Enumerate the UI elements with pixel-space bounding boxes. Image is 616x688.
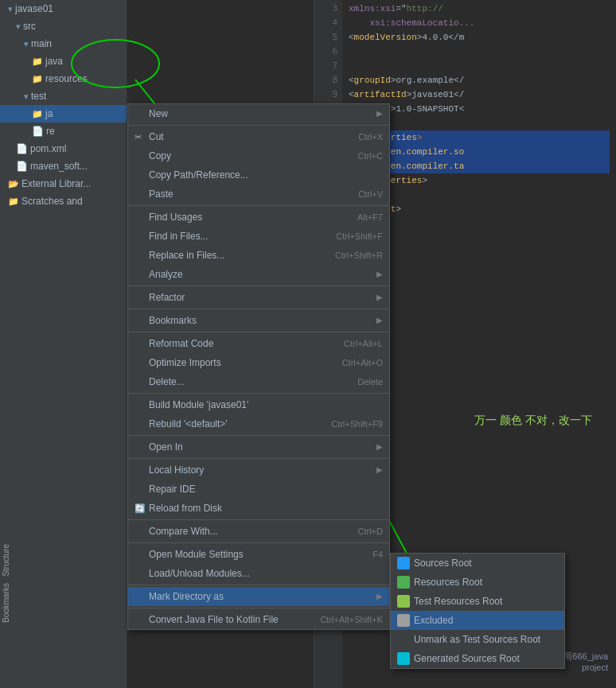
menu-item-refactor[interactable]: Refactor ▶: [128, 288, 389, 307]
menu-sep-10: [128, 542, 389, 543]
tree-item-label: pom.xml: [30, 140, 66, 157]
submenu-resources-root[interactable]: Resources Root: [391, 573, 564, 592]
code-line-8: <groupId>org.example</: [349, 73, 610, 87]
code-line-7: [349, 59, 610, 73]
menu-item-reformat-label: Reformat Code: [149, 334, 344, 353]
submenu-excluded[interactable]: Excluded: [391, 611, 564, 630]
cut-shortcut: Ctrl+X: [358, 127, 383, 146]
tree-item-re[interactable]: 📄 re: [0, 122, 127, 140]
code-line-3: xmlns:xsi="http://: [349, 2, 610, 16]
kotlin-shortcut: Ctrl+Alt+Shift+K: [320, 610, 383, 629]
excluded-icon: [397, 614, 410, 627]
tree-item-ja[interactable]: 📁 ja: [0, 105, 127, 122]
menu-item-module-settings[interactable]: Open Module Settings F4: [128, 545, 389, 564]
menu-sep-9: [128, 519, 389, 520]
tree-item-javase01[interactable]: ▾ javase01: [0, 0, 127, 17]
rebuild-shortcut: Ctrl+Shift+F9: [331, 414, 383, 433]
tree-item-resources[interactable]: 📁 resources: [0, 70, 127, 87]
menu-item-module-settings-label: Open Module Settings: [149, 545, 372, 564]
folder-expand-icon: ▾: [24, 87, 29, 105]
tree-item-maven[interactable]: 📄 maven_soft...: [0, 157, 127, 175]
line-num-5: 5: [314, 30, 342, 45]
tree-item-label: main: [31, 35, 52, 52]
menu-item-find-files[interactable]: Find in Files... Ctrl+Shift+F: [128, 227, 389, 246]
tree-item-java[interactable]: 📁 java: [0, 52, 127, 70]
folder-icon: 📂: [8, 175, 19, 192]
folder-expand-icon: ▾: [16, 17, 21, 35]
submenu-excluded-label: Excluded: [414, 611, 453, 630]
reformat-shortcut: Ctrl+Alt+L: [344, 334, 383, 353]
menu-item-analyze[interactable]: Analyze ▶: [128, 265, 389, 284]
menu-item-bookmarks[interactable]: Bookmarks ▶: [128, 311, 389, 330]
local-history-arrow: ▶: [376, 461, 383, 480]
menu-item-find-usages[interactable]: Find Usages Alt+F7: [128, 208, 389, 227]
delete-shortcut: Delete: [357, 372, 383, 391]
menu-item-copy[interactable]: Copy Ctrl+C: [128, 146, 389, 165]
generated-sources-icon: [397, 652, 410, 665]
menu-item-paste[interactable]: Paste Ctrl+V: [128, 185, 389, 204]
paste-shortcut: Ctrl+V: [358, 185, 383, 204]
resources-root-icon: [397, 576, 410, 589]
code-line-9: <artifactId>javase01</: [349, 87, 610, 102]
menu-item-repair-ide[interactable]: Repair IDE: [128, 480, 389, 499]
submenu-sources-root[interactable]: Sources Root: [391, 554, 564, 573]
tree-item-test[interactable]: ▾ test: [0, 87, 127, 105]
context-menu: New ▶ ✂ Cut Ctrl+X Copy Ctrl+C Copy Path…: [127, 103, 390, 630]
menu-item-cut[interactable]: ✂ Cut Ctrl+X: [128, 127, 389, 146]
analyze-arrow: ▶: [376, 265, 383, 284]
line-num-3: 3: [314, 2, 342, 16]
sidebar-structure-tab[interactable]: Structure: [0, 541, 12, 580]
menu-sep-5: [128, 332, 389, 332]
submenu-resources-root-label: Resources Root: [414, 573, 482, 592]
tree-item-main[interactable]: ▾ main: [0, 35, 127, 52]
find-usages-shortcut: Alt+F7: [357, 208, 383, 227]
open-in-arrow: ▶: [376, 437, 383, 457]
line-num-8: 8: [314, 73, 342, 87]
submenu-generated-sources[interactable]: Generated Sources Root: [391, 649, 564, 668]
side-tabs: Structure Bookmarks: [0, 541, 13, 626]
menu-item-rebuild[interactable]: Rebuild '<default>' Ctrl+Shift+F9: [128, 414, 389, 433]
menu-item-open-in[interactable]: Open In ▶: [128, 437, 389, 457]
tree-item-src[interactable]: ▾ src: [0, 17, 127, 35]
folder-expand-icon: ▾: [8, 0, 13, 17]
line-num-6: 6: [314, 45, 342, 59]
menu-item-optimize[interactable]: Optimize Imports Ctrl+Alt+O: [128, 353, 389, 372]
tree-item-external-libs[interactable]: 📂 External Librar...: [0, 175, 127, 192]
menu-sep-7: [128, 435, 389, 436]
menu-item-build-label: Build Module 'javase01': [149, 395, 383, 414]
menu-item-local-history[interactable]: Local History ▶: [128, 461, 389, 480]
menu-item-delete[interactable]: Delete... Delete: [128, 372, 389, 391]
menu-item-mark-directory[interactable]: Mark Directory as ▶: [128, 587, 389, 606]
menu-item-rebuild-label: Rebuild '<default>': [149, 414, 331, 433]
menu-item-build[interactable]: Build Module 'javase01': [128, 395, 389, 414]
menu-item-replace-files[interactable]: Replace in Files... Ctrl+Shift+R: [128, 246, 389, 265]
tree-item-label: test: [31, 87, 46, 105]
tree-item-label: src: [23, 17, 36, 35]
menu-sep-3: [128, 286, 389, 286]
module-settings-shortcut: F4: [372, 545, 383, 564]
menu-item-compare-label: Compare With...: [149, 522, 358, 541]
menu-item-compare[interactable]: Compare With... Ctrl+D: [128, 522, 389, 541]
menu-item-convert-kotlin[interactable]: Convert Java File to Kotlin File Ctrl+Al…: [128, 610, 389, 629]
copy-shortcut: Ctrl+C: [358, 146, 383, 165]
tree-item-label: javase01: [15, 0, 53, 17]
menu-item-new[interactable]: New ▶: [128, 104, 389, 123]
tree-item-pomxml[interactable]: 📄 pom.xml: [0, 140, 127, 157]
mark-dir-arrow: ▶: [376, 587, 383, 606]
submenu-test-resources-label: Test Resources Root: [414, 592, 502, 611]
submenu-unmark-test[interactable]: Unmark as Test Sources Root: [391, 630, 564, 649]
menu-item-load-unload[interactable]: Load/Unload Modules...: [128, 564, 389, 583]
sidebar-bookmarks-tab[interactable]: Bookmarks: [0, 580, 12, 626]
submenu-test-resources[interactable]: Test Resources Root: [391, 592, 564, 611]
folder-icon: 📁: [32, 105, 43, 122]
menu-item-reload[interactable]: 🔄 Reload from Disk: [128, 499, 389, 518]
line-num-9: 9: [314, 87, 342, 102]
menu-item-copy-path[interactable]: Copy Path/Reference...: [128, 165, 389, 185]
menu-item-delete-label: Delete...: [149, 372, 357, 391]
tree-item-scratches[interactable]: 📁 Scratches and: [0, 192, 127, 210]
menu-item-cut-label: Cut: [149, 127, 358, 146]
menu-sep-4: [128, 309, 389, 309]
menu-item-reformat[interactable]: Reformat Code Ctrl+Alt+L: [128, 334, 389, 353]
menu-sep-12: [128, 608, 389, 608]
menu-item-local-history-label: Local History: [149, 461, 376, 480]
